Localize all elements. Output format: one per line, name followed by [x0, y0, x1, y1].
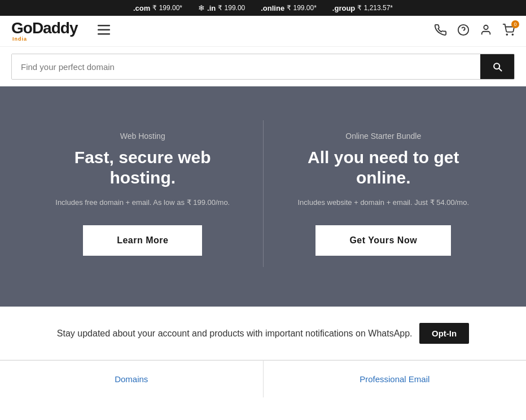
hero-right-card: Online Starter Bundle All you need to ge…: [264, 120, 504, 267]
svg-point-6: [512, 34, 513, 35]
notification-text: Stay updated about your account and prod…: [57, 329, 413, 338]
promo-online: .online ₹ 199.00*: [261, 4, 317, 12]
logo-text: GoDaddy: [11, 20, 77, 36]
promo-ext-online: .online: [261, 4, 284, 12]
hero-right-subtitle: Includes website + domain + email. Just …: [297, 197, 469, 208]
hero-right-title: All you need to get online.: [280, 147, 487, 188]
promo-in: ❄ .in ₹ 199.00: [198, 3, 245, 12]
promo-price-online: ₹ 199.00*: [287, 4, 317, 12]
phone-icon[interactable]: [435, 24, 447, 39]
snowflake-icon: ❄: [198, 3, 205, 12]
get-yours-now-button[interactable]: Get Yours Now: [315, 225, 451, 256]
svg-rect-2: [98, 33, 110, 35]
search-bar: [11, 54, 515, 80]
hero-section: Web Hosting Fast, secure web hosting. In…: [0, 86, 526, 307]
promo-price-com: ₹ 199.00*: [152, 4, 182, 12]
promo-price-in: ₹ 199.00: [218, 4, 245, 12]
hero-left-title: Fast, secure web hosting.: [40, 147, 246, 188]
promo-price-group: ₹ 1,213.57*: [357, 4, 393, 12]
promo-com: .com ₹ 199.00*: [133, 4, 182, 12]
footer-nav: Domains Professional Email: [0, 360, 526, 397]
footer-nav-domains[interactable]: Domains: [0, 361, 264, 397]
opt-in-button[interactable]: Opt-In: [419, 323, 469, 344]
logo[interactable]: GoDaddy India: [11, 20, 77, 42]
promo-bar: .com ₹ 199.00* ❄ .in ₹ 199.00 .online ₹ …: [0, 0, 526, 16]
cart-count: 0: [511, 20, 519, 28]
search-bar-wrapper: [0, 47, 526, 86]
promo-ext-group: .group: [332, 4, 355, 12]
search-button[interactable]: [480, 54, 514, 79]
svg-point-5: [506, 34, 507, 35]
navbar: GoDaddy India: [0, 16, 526, 47]
svg-point-4: [484, 25, 488, 29]
nav-icons: 0: [435, 24, 515, 39]
search-icon: [492, 61, 503, 72]
search-input[interactable]: [12, 54, 480, 79]
hero-left-category: Web Hosting: [120, 132, 165, 141]
help-icon[interactable]: [457, 24, 470, 39]
hero-right-category: Online Starter Bundle: [345, 132, 421, 141]
learn-more-button[interactable]: Learn More: [83, 225, 202, 256]
user-icon[interactable]: [480, 24, 492, 39]
promo-group: .group ₹ 1,213.57*: [332, 4, 393, 12]
hero-left-subtitle: Includes free domain + email. As low as …: [55, 197, 230, 208]
footer-nav-professional-email[interactable]: Professional Email: [264, 361, 527, 397]
svg-rect-1: [98, 29, 110, 30]
notification-bar: Stay updated about your account and prod…: [0, 307, 526, 360]
svg-rect-0: [98, 25, 110, 27]
promo-ext-com: .com: [133, 4, 150, 12]
hero-left-card: Web Hosting Fast, secure web hosting. In…: [23, 120, 264, 267]
cart-icon[interactable]: 0: [502, 24, 515, 39]
logo-india-label: India: [12, 36, 27, 42]
promo-ext-in: .in: [207, 4, 216, 12]
hamburger-menu[interactable]: [93, 23, 115, 40]
